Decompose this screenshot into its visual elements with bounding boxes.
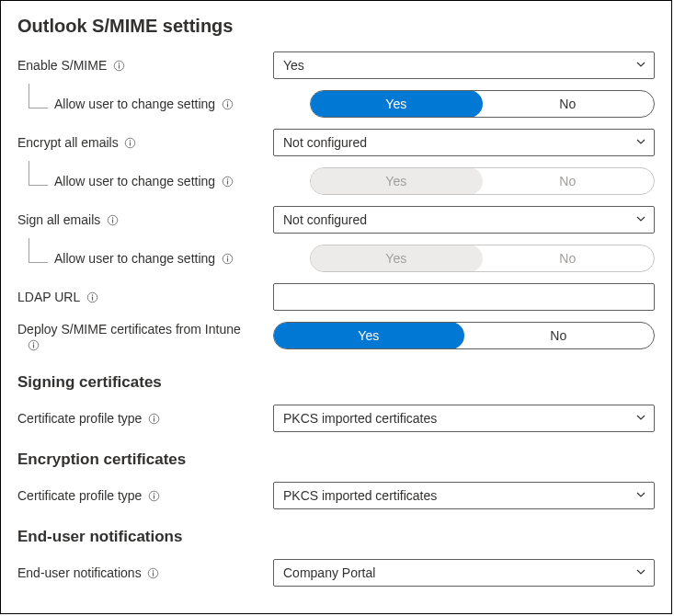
svg-rect-5: [227, 103, 228, 107]
signing-profile-type-value: PKCS imported certificates: [283, 411, 437, 426]
info-icon[interactable]: [221, 252, 234, 265]
enable-smime-select[interactable]: Yes: [273, 51, 655, 79]
encrypt-all-label: Encrypt all emails: [17, 135, 119, 150]
info-icon[interactable]: [147, 489, 160, 502]
enable-smime-label: Enable S/MIME: [17, 58, 107, 73]
svg-point-1: [119, 63, 120, 63]
svg-rect-2: [119, 64, 120, 68]
sign-all-label: Sign all emails: [17, 212, 100, 227]
svg-point-22: [32, 343, 33, 344]
toggle-yes[interactable]: Yes: [310, 90, 483, 118]
sign-all-select[interactable]: Not configured: [273, 206, 655, 234]
encrypt-all-select[interactable]: Not configured: [273, 129, 655, 156]
chevron-down-icon: [635, 58, 646, 73]
notifications-select[interactable]: Company Portal: [273, 559, 655, 587]
toggle-yes[interactable]: Yes: [273, 322, 464, 349]
svg-point-19: [91, 294, 92, 295]
info-icon[interactable]: [27, 339, 40, 352]
notifications-label: End-user notifications: [17, 565, 142, 580]
svg-rect-29: [154, 495, 154, 498]
encryption-profile-type-value: PKCS imported certificates: [283, 488, 437, 503]
sign-all-value: Not configured: [283, 212, 367, 227]
info-icon[interactable]: [112, 59, 125, 72]
info-icon[interactable]: [106, 213, 119, 226]
toggle-no[interactable]: No: [482, 91, 655, 117]
chevron-down-icon: [635, 135, 646, 150]
deploy-certs-toggle[interactable]: Yes No: [273, 322, 655, 349]
info-icon[interactable]: [147, 566, 160, 579]
svg-rect-32: [153, 572, 154, 576]
svg-point-16: [226, 256, 227, 257]
svg-point-28: [154, 493, 154, 494]
sign-all-allow-change-label: Allow user to change setting: [54, 251, 215, 266]
encrypt-all-allow-change-label: Allow user to change setting: [54, 174, 215, 188]
chevron-down-icon: [635, 411, 646, 426]
toggle-yes: Yes: [310, 245, 483, 272]
signing-profile-type-select[interactable]: PKCS imported certificates: [273, 405, 655, 432]
enable-smime-allow-change-label: Allow user to change setting: [54, 97, 215, 111]
notifications-value: Company Portal: [283, 565, 375, 580]
encryption-section-title: Encryption certificates: [17, 451, 655, 469]
svg-point-25: [154, 416, 154, 416]
page-title: Outlook S/MIME settings: [17, 16, 655, 37]
ldap-url-input[interactable]: [273, 283, 655, 311]
sign-all-allow-change-toggle: Yes No: [310, 245, 655, 272]
signing-profile-type-label: Certificate profile type: [17, 411, 142, 426]
svg-point-10: [226, 178, 227, 179]
chevron-down-icon: [635, 488, 646, 503]
svg-point-13: [112, 217, 113, 218]
encrypt-all-value: Not configured: [283, 135, 367, 150]
info-icon[interactable]: [221, 175, 234, 188]
toggle-yes: Yes: [310, 167, 483, 195]
svg-point-7: [130, 140, 131, 141]
svg-rect-23: [32, 345, 33, 348]
svg-rect-11: [227, 180, 228, 184]
signing-section-title: Signing certificates: [17, 373, 655, 392]
toggle-no: No: [482, 168, 655, 194]
info-icon[interactable]: [147, 412, 160, 425]
info-icon[interactable]: [124, 136, 137, 149]
svg-rect-20: [92, 296, 93, 300]
notifications-section-title: End-user notifications: [17, 528, 655, 546]
svg-rect-26: [154, 417, 154, 421]
ldap-url-label: LDAP URL: [17, 290, 80, 304]
deploy-certs-label: Deploy S/MIME certificates from Intune: [17, 322, 241, 337]
chevron-down-icon: [635, 212, 646, 227]
svg-rect-8: [130, 142, 131, 145]
enable-smime-allow-change-toggle[interactable]: Yes No: [310, 90, 655, 118]
svg-rect-17: [227, 257, 228, 261]
encryption-profile-type-label: Certificate profile type: [17, 488, 142, 503]
toggle-no[interactable]: No: [463, 323, 655, 348]
encryption-profile-type-select[interactable]: PKCS imported certificates: [273, 482, 655, 509]
chevron-down-icon: [635, 565, 646, 580]
info-icon[interactable]: [221, 97, 234, 110]
encrypt-all-allow-change-toggle: Yes No: [310, 167, 655, 195]
enable-smime-value: Yes: [283, 58, 304, 73]
svg-point-31: [153, 570, 154, 571]
info-icon[interactable]: [86, 291, 98, 303]
svg-point-4: [226, 101, 227, 102]
svg-rect-14: [112, 219, 113, 222]
toggle-no: No: [482, 245, 655, 271]
